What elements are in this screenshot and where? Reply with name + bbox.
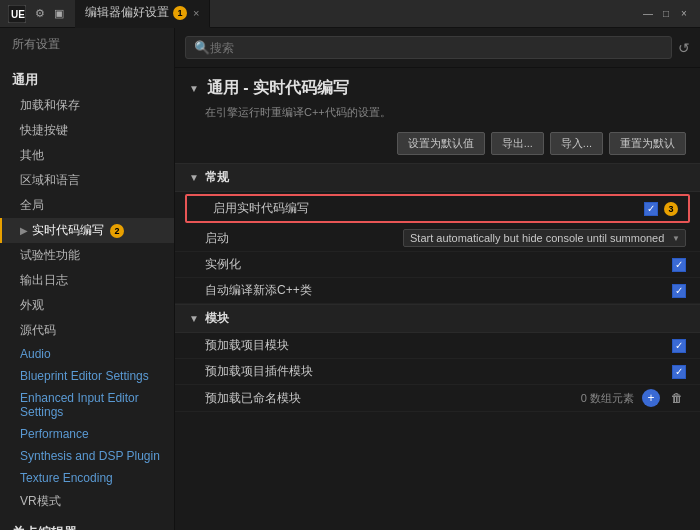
sidebar-item-source-code[interactable]: 源代码 (0, 318, 174, 343)
sub-section-modules: ▼ 模块 (175, 304, 700, 333)
sidebar-item-region[interactable]: 区域和语言 (0, 168, 174, 193)
section-title: 通用 - 实时代码编写 (207, 78, 349, 99)
setting-label-enable-live-coding: 启用实时代码编写 (213, 200, 644, 217)
sidebar-item-blueprint-editor[interactable]: Blueprint Editor Settings (0, 365, 174, 387)
setting-preload-named-modules: 预加载已命名模块 0 数组元素 + 🗑 (175, 385, 700, 412)
setting-value-auto-compile (672, 284, 686, 298)
toolbar-icon-2[interactable]: ▣ (51, 6, 67, 22)
setting-value-instantiation (672, 258, 686, 272)
sidebar-item-performance[interactable]: Performance (0, 423, 174, 445)
sidebar-section-general: 通用 (0, 61, 174, 93)
expand-arrow: ▶ (20, 225, 28, 236)
sidebar-item-texture-encoding[interactable]: Texture Encoding (0, 467, 174, 489)
main-layout: 所有设置 通用 加载和保存 快捷按键 其他 区域和语言 全局 ▶ 实时代码编写 … (0, 28, 700, 530)
setting-value-startup: Start automatically but hide console unt… (403, 229, 686, 247)
subsection-arrow-general[interactable]: ▼ (189, 172, 199, 183)
sidebar-item-appearance[interactable]: 外观 (0, 293, 174, 318)
subsection-title-general: 常规 (205, 169, 229, 186)
setting-preload-plugin-modules: 预加载项目插件模块 (175, 359, 700, 385)
setting-value-preload-project-modules (672, 339, 686, 353)
export-button[interactable]: 导出... (491, 132, 544, 155)
ue-logo: UE (8, 5, 26, 23)
setting-label-preload-project-modules: 预加载项目模块 (205, 337, 672, 354)
sidebar-item-experimental[interactable]: 试验性功能 (0, 243, 174, 268)
setting-label-preload-plugin-modules: 预加载项目插件模块 (205, 363, 672, 380)
startup-dropdown[interactable]: Start automatically but hide console unt… (403, 229, 686, 247)
delete-named-module-button[interactable]: 🗑 (668, 389, 686, 407)
set-default-button[interactable]: 设置为默认值 (397, 132, 485, 155)
live-coding-badge: 2 (110, 224, 124, 238)
reset-button[interactable]: 重置为默认 (609, 132, 686, 155)
sub-section-general: ▼ 常规 (175, 163, 700, 192)
setting-value-preload-named-modules: 0 数组元素 + 🗑 (581, 389, 686, 407)
setting-preload-project-modules: 预加载项目模块 (175, 333, 700, 359)
checkbox-preload-project-modules[interactable] (672, 339, 686, 353)
setting-value-preload-plugin-modules (672, 365, 686, 379)
search-icon: 🔍 (194, 40, 210, 55)
setting-label-auto-compile: 自动编译新添C++类 (205, 282, 672, 299)
toolbar-icon-1[interactable]: ⚙ (32, 6, 48, 22)
section-description: 在引擎运行时重编译C++代码的设置。 (175, 103, 700, 128)
sidebar-item-live-coding[interactable]: ▶ 实时代码编写 2 (0, 218, 174, 243)
content-area: 🔍 ↺ ▼ 通用 - 实时代码编写 在引擎运行时重编译C++代码的设置。 设置为… (175, 28, 700, 530)
svg-text:UE: UE (11, 9, 25, 20)
subsection-title-modules: 模块 (205, 310, 229, 327)
sidebar-item-audio[interactable]: Audio (0, 343, 174, 365)
named-modules-count: 0 数组元素 (581, 391, 634, 406)
tab-badge: 1 (173, 6, 187, 20)
sidebar: 所有设置 通用 加载和保存 快捷按键 其他 区域和语言 全局 ▶ 实时代码编写 … (0, 28, 175, 530)
add-named-module-button[interactable]: + (642, 389, 660, 407)
editor-preferences-tab[interactable]: 编辑器偏好设置 1 × (75, 0, 210, 28)
checkbox-auto-compile[interactable] (672, 284, 686, 298)
search-input[interactable] (210, 41, 663, 55)
minimize-button[interactable]: — (640, 6, 656, 22)
search-input-wrap: 🔍 (185, 36, 672, 59)
sidebar-item-vr[interactable]: VR模式 (0, 489, 174, 514)
setting-label-instantiation: 实例化 (205, 256, 672, 273)
title-bar: UE ⚙ ▣ 编辑器偏好设置 1 × — □ × (0, 0, 700, 28)
sidebar-section-level-editor: 关卡编辑器 (0, 514, 174, 530)
sidebar-item-misc[interactable]: 其他 (0, 143, 174, 168)
sidebar-item-load-save[interactable]: 加载和保存 (0, 93, 174, 118)
tab-label: 编辑器偏好设置 (85, 4, 169, 21)
setting-auto-compile: 自动编译新添C++类 (175, 278, 700, 304)
sidebar-item-shortcuts[interactable]: 快捷按键 (0, 118, 174, 143)
section-action-bar: 设置为默认值 导出... 导入... 重置为默认 (175, 128, 700, 163)
startup-dropdown-wrap: Start automatically but hide console unt… (403, 229, 686, 247)
live-coding-setting-badge: 3 (664, 202, 678, 216)
window-controls: — □ × (640, 6, 692, 22)
sidebar-item-global[interactable]: 全局 (0, 193, 174, 218)
maximize-button[interactable]: □ (658, 6, 674, 22)
title-tabs: 编辑器偏好设置 1 × (75, 0, 210, 27)
subsection-arrow-modules[interactable]: ▼ (189, 313, 199, 324)
toolbar-icons: ⚙ ▣ (32, 6, 67, 22)
close-button[interactable]: × (676, 6, 692, 22)
search-bar: 🔍 ↺ (175, 28, 700, 68)
checkbox-enable-live-coding[interactable] (644, 202, 658, 216)
setting-label-startup: 启动 (205, 230, 403, 247)
setting-value-enable-live-coding: 3 (644, 202, 678, 216)
import-button[interactable]: 导入... (550, 132, 603, 155)
tab-close-btn[interactable]: × (193, 7, 199, 19)
sidebar-item-enhanced-input[interactable]: Enhanced Input Editor Settings (0, 387, 174, 423)
section-expand-arrow[interactable]: ▼ (189, 83, 199, 94)
setting-instantiation: 实例化 (175, 252, 700, 278)
checkbox-instantiation[interactable] (672, 258, 686, 272)
named-modules-tag-row: 0 数组元素 + 🗑 (581, 389, 686, 407)
sidebar-item-output-log[interactable]: 输出日志 (0, 268, 174, 293)
setting-enable-live-coding: 启用实时代码编写 3 (185, 194, 690, 223)
reset-search-icon[interactable]: ↺ (678, 40, 690, 56)
setting-label-preload-named-modules: 预加载已命名模块 (205, 390, 581, 407)
setting-startup: 启动 Start automatically but hide console … (175, 225, 700, 252)
section-title-bar: ▼ 通用 - 实时代码编写 (175, 68, 700, 103)
checkbox-preload-plugin-modules[interactable] (672, 365, 686, 379)
sidebar-all-settings[interactable]: 所有设置 (0, 28, 174, 61)
sidebar-item-synthesis[interactable]: Synthesis and DSP Plugin (0, 445, 174, 467)
